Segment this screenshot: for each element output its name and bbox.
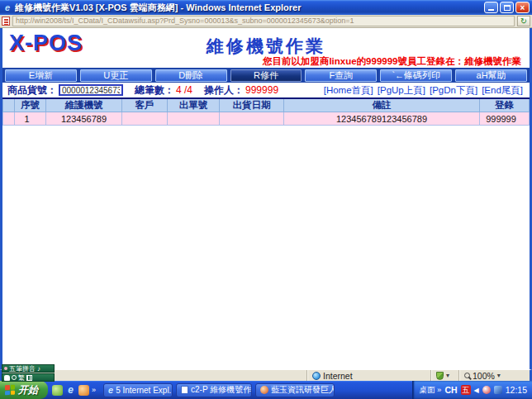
cell-ship-date xyxy=(220,112,284,126)
windows-flag-icon xyxy=(5,385,15,396)
row-selector-cell[interactable] xyxy=(3,112,15,126)
ime-tray-icon[interactable]: 五 xyxy=(461,385,471,395)
total-count-label: 總筆數： xyxy=(135,83,174,97)
product-no-input[interactable] xyxy=(59,84,123,96)
header-cell-customer: 客戶 xyxy=(122,98,168,112)
start-label: 开始 xyxy=(18,383,38,397)
product-no-label: 商品貨號： xyxy=(7,83,57,97)
nav-pgdn-link[interactable]: [PgDn下頁] xyxy=(430,84,477,97)
header-cell-ship-date: 出貨日期 xyxy=(220,98,284,112)
tray-collapse-arrow[interactable]: ◀ xyxy=(474,387,479,394)
nav-pgup-link[interactable]: [PgUp上頁] xyxy=(378,84,425,97)
ie-task-icon: e xyxy=(108,385,113,395)
maximize-icon xyxy=(504,5,511,11)
protected-mode-panel[interactable]: ▾ xyxy=(430,370,458,381)
cell-machine-no: 123456789 xyxy=(46,112,122,126)
query-button[interactable]: F查詢 xyxy=(305,69,377,82)
system-tray: 桌面 » CH 五 ◀ 12:15 xyxy=(412,381,532,399)
shield-icon xyxy=(436,372,444,380)
clock: 12:15 xyxy=(506,385,527,395)
minimize-button[interactable] xyxy=(484,2,498,13)
refresh-button[interactable]: ↻ xyxy=(517,16,530,26)
header-cell-selector xyxy=(3,98,15,112)
task-label: 藍玉資訊研發巨人... xyxy=(271,384,335,396)
app-task-icon xyxy=(260,386,268,394)
ime-name-row[interactable]: 五筆拼音 ♪ xyxy=(2,364,55,373)
task-button-repair-page[interactable]: c2-P 維修機號作... xyxy=(176,383,252,397)
records-table: 序號 維護機號 客戶 出單號 出貨日期 備註 登錄 1 123456789 12… xyxy=(2,97,530,126)
zoom-caret-icon: ▾ xyxy=(497,372,501,379)
zoom-control[interactable]: 100% ▾ xyxy=(458,370,530,381)
zoom-level: 100% xyxy=(473,371,495,381)
desktop-toolbar-label[interactable]: 桌面 » xyxy=(419,385,441,396)
operator-label: 操作人： xyxy=(204,83,244,97)
query-form-row: 商品貨號： 總筆數： 4 /4 操作人： 999999 [Home首頁] [Pg… xyxy=(2,83,530,97)
page-content: X-POS 維修機號作業 您目前以加盟商linxue的999999號員工登錄在：… xyxy=(0,28,532,369)
url-field[interactable]: http://win2008/ts/I_CData/I_CDatawsifu.a… xyxy=(12,16,515,26)
minimize-icon xyxy=(488,9,494,11)
status-bar: Internet ▾ 100% ▾ xyxy=(0,369,532,381)
close-button[interactable]: × xyxy=(515,2,530,13)
task-button-ie-group[interactable]: e 5 Internet Expl... ▾ xyxy=(103,383,173,397)
magnifier-icon xyxy=(464,373,470,378)
cell-remark: 123456789123456789 xyxy=(284,112,480,126)
task-label: 5 Internet Expl... xyxy=(116,386,173,395)
add-new-button[interactable]: E增新 xyxy=(5,69,77,82)
page-favicon-icon xyxy=(2,17,10,26)
ime-mode-toggle[interactable]: 繁 xyxy=(18,373,25,382)
page-nav-links: [Home首頁] [PgUp上頁] [PgDn下頁] [End尾頁] xyxy=(324,84,530,97)
update-button[interactable]: U更正 xyxy=(80,69,152,82)
task-button-lanyu[interactable]: 藍玉資訊研發巨人... xyxy=(255,383,335,397)
header-cell-remark: 備註 xyxy=(284,98,480,112)
ime-tools-row: 繁 xyxy=(2,373,55,382)
tray-icon-2[interactable] xyxy=(494,386,502,394)
header-cell-order-no: 出單號 xyxy=(168,98,220,112)
dropdown-caret-icon: ▾ xyxy=(446,372,449,379)
header-cell-seq: 序號 xyxy=(15,98,46,112)
barcode-print-button[interactable]: `←條碼列印 xyxy=(380,69,452,82)
window-titlebar: e 維修機號作業V1.03 [X-POS 雲端商務網] - Windows In… xyxy=(0,0,532,15)
ime-state-icon xyxy=(4,367,7,370)
page-header: X-POS 維修機號作業 xyxy=(2,28,530,55)
help-button[interactable]: aH幫助 xyxy=(455,69,527,82)
ime-note-icon: ♪ xyxy=(37,365,40,373)
tray-icon-1[interactable] xyxy=(482,386,491,394)
internet-zone-icon xyxy=(312,372,321,380)
window-title: 維修機號作業V1.03 [X-POS 雲端商務網] - Windows Inte… xyxy=(15,2,482,14)
start-button[interactable]: 开始 xyxy=(0,381,48,399)
cell-order-no xyxy=(168,112,220,126)
quick-launch-ie-icon[interactable]: e xyxy=(65,385,76,396)
page-title: 維修機號作業 xyxy=(2,35,530,58)
cell-register: 999999 xyxy=(480,112,530,126)
quick-launch-overflow-chevron[interactable]: » xyxy=(92,386,96,394)
table-row[interactable]: 1 123456789 123456789123456789 999999 xyxy=(3,112,530,126)
ime-toolbar: 五筆拼音 ♪ 繁 xyxy=(2,364,55,382)
function-toolbar: E增新 U更正 D刪除 R修件 F查詢 `←條碼列印 aH幫助 xyxy=(2,68,530,83)
quick-launch-bar: e » xyxy=(48,385,100,396)
page-task-icon xyxy=(181,386,188,394)
zone-label: Internet xyxy=(323,371,353,381)
lookup-icon[interactable] xyxy=(12,375,17,380)
header-cell-machine-no: 維護機號 xyxy=(46,98,122,112)
cell-seq: 1 xyxy=(15,112,46,126)
quick-launch-icon-1[interactable] xyxy=(52,385,63,396)
maximize-button[interactable] xyxy=(500,2,514,13)
header-cell-register: 登錄 xyxy=(480,98,530,112)
language-indicator[interactable]: CH xyxy=(444,385,457,395)
quick-launch-icon-2[interactable] xyxy=(78,385,89,396)
table-header-row: 序號 維護機號 客戶 出單號 出貨日期 備註 登錄 xyxy=(3,98,530,112)
ie-window: e 維修機號作業V1.03 [X-POS 雲端商務網] - Windows In… xyxy=(0,0,532,399)
nav-home-link[interactable]: [Home首頁] xyxy=(324,84,373,97)
soft-keyboard-icon[interactable] xyxy=(26,375,32,381)
security-zone-panel: Internet xyxy=(306,370,430,381)
task-label: c2-P 維修機號作... xyxy=(191,384,252,396)
taskbar: 开始 e » e 5 Internet Expl... ▾ c2-P 維修機號作… xyxy=(0,381,532,399)
delete-button[interactable]: D刪除 xyxy=(155,69,227,82)
address-bar: http://win2008/ts/I_CData/I_CDatawsifu.a… xyxy=(0,15,532,28)
repair-item-button[interactable]: R修件 xyxy=(230,69,302,82)
ie-logo-icon: e xyxy=(2,2,12,12)
cell-customer xyxy=(122,112,168,126)
ime-name: 五筆拼音 xyxy=(9,364,36,373)
nav-end-link[interactable]: [End尾頁] xyxy=(482,84,523,97)
hand-tool-icon[interactable] xyxy=(4,375,10,381)
